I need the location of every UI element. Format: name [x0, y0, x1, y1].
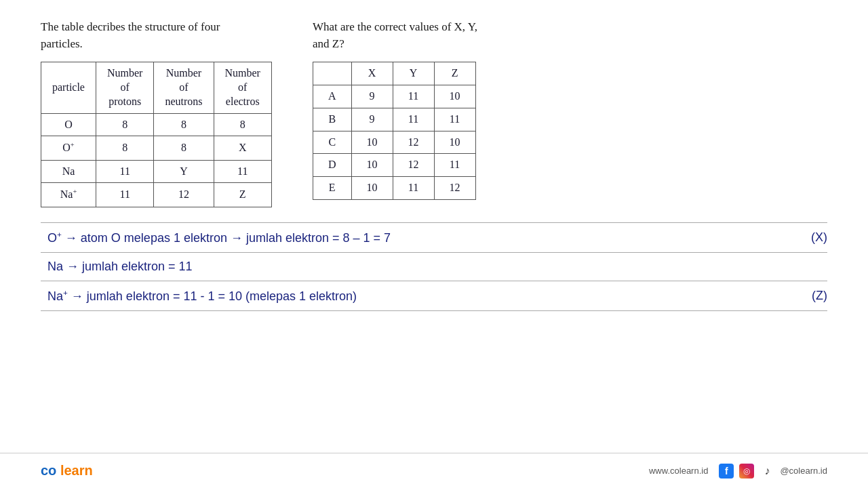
neutron-count: Y	[154, 160, 214, 183]
electron-count: 11	[214, 160, 271, 183]
answer-y-val: 12	[393, 131, 434, 154]
col-header-protons: Numberofprotons	[96, 62, 153, 113]
particle-name: O	[41, 113, 96, 136]
explanation-line-3: Na+ → jumlah elektron = 11 - 1 = 10 (mel…	[41, 281, 827, 311]
answer-y-val: 12	[393, 154, 434, 177]
table-row: Na+ 11 12 Z	[41, 183, 272, 207]
answer-y-val: 11	[393, 85, 434, 108]
explanation-text-1: O+ → atom O melepas 1 elektron → jumlah …	[47, 230, 391, 245]
particle-name: Na+	[41, 183, 96, 207]
answer-y-val: 11	[393, 177, 434, 200]
table-row: Na 11 Y 11	[41, 160, 272, 183]
electron-count: X	[214, 136, 271, 160]
neutron-count: 12	[154, 183, 214, 207]
explanation-label-1: (X)	[811, 230, 827, 245]
answer-z-val: 11	[434, 154, 475, 177]
main-content: The table decribes the structure of four…	[0, 0, 868, 311]
social-handle: @colearn.id	[780, 466, 827, 476]
footer-logo: co learn	[41, 463, 93, 479]
answer-col-z: Z	[434, 62, 475, 85]
col-header-electrons: Numberofelectros	[214, 62, 271, 113]
explanation-text-2: Na → jumlah elektron = 11	[47, 260, 193, 274]
answer-y-val: 11	[393, 108, 434, 131]
question-text: What are the correct values of X, Y,and …	[313, 19, 477, 52]
answer-z-val: 12	[434, 177, 475, 200]
explanation-label-3: (Z)	[812, 289, 827, 303]
explanation-line-2: Na → jumlah elektron = 11	[41, 253, 827, 281]
answer-option: B	[313, 108, 351, 131]
particle-table: particle Numberofprotons Numberofneutron…	[41, 62, 272, 207]
top-section: The table decribes the structure of four…	[41, 19, 827, 207]
footer-logo-accent: learn	[56, 463, 92, 478]
footer-website: www.colearn.id	[649, 466, 708, 476]
neutron-count: 8	[154, 136, 214, 160]
footer: co learn www.colearn.id f ◎ ♪ @colearn.i…	[0, 453, 868, 488]
neutron-count: 8	[154, 113, 214, 136]
footer-social: f ◎ ♪ @colearn.id	[719, 464, 827, 479]
proton-count: 11	[96, 160, 153, 183]
answer-z-val: 10	[434, 85, 475, 108]
answer-col-empty	[313, 62, 351, 85]
proton-count: 8	[96, 136, 153, 160]
answer-z-val: 11	[434, 108, 475, 131]
explanation-text-3: Na+ → jumlah elektron = 11 - 1 = 10 (mel…	[47, 288, 357, 304]
answer-z-val: 10	[434, 131, 475, 154]
answer-col-x: X	[351, 62, 393, 85]
table-row: O+ 8 8 X	[41, 136, 272, 160]
description-text: The table decribes the structure of four…	[41, 19, 272, 52]
answer-x-val: 9	[351, 85, 393, 108]
answer-row: A 9 11 10	[313, 85, 475, 108]
answer-option: E	[313, 177, 351, 200]
answer-col-y: Y	[393, 62, 434, 85]
answer-option: D	[313, 154, 351, 177]
explanation-section: O+ → atom O melepas 1 elektron → jumlah …	[41, 222, 827, 311]
answer-row: C 10 12 10	[313, 131, 475, 154]
proton-count: 8	[96, 113, 153, 136]
answer-row: E 10 11 12	[313, 177, 475, 200]
col-header-neutrons: Numberofneutrons	[154, 62, 214, 113]
tiktok-icon: ♪	[760, 464, 774, 479]
left-part: The table decribes the structure of four…	[41, 19, 272, 207]
answer-row: D 10 12 11	[313, 154, 475, 177]
right-part: What are the correct values of X, Y,and …	[313, 19, 477, 200]
electron-count: 8	[214, 113, 271, 136]
answer-table: X Y Z A 9 11 10 B 9 11	[313, 62, 476, 200]
proton-count: 11	[96, 183, 153, 207]
electron-count: Z	[214, 183, 271, 207]
particle-name: Na	[41, 160, 96, 183]
answer-option: A	[313, 85, 351, 108]
particle-name: O+	[41, 136, 96, 160]
instagram-icon: ◎	[739, 464, 754, 479]
answer-x-val: 10	[351, 177, 393, 200]
answer-x-val: 10	[351, 131, 393, 154]
col-header-particle: particle	[41, 62, 96, 113]
table-row: O 8 8 8	[41, 113, 272, 136]
facebook-icon: f	[719, 464, 734, 479]
explanation-line-1: O+ → atom O melepas 1 elektron → jumlah …	[41, 223, 827, 253]
answer-x-val: 10	[351, 154, 393, 177]
answer-option: C	[313, 131, 351, 154]
answer-row: B 9 11 11	[313, 108, 475, 131]
answer-x-val: 9	[351, 108, 393, 131]
footer-right: www.colearn.id f ◎ ♪ @colearn.id	[649, 464, 827, 479]
